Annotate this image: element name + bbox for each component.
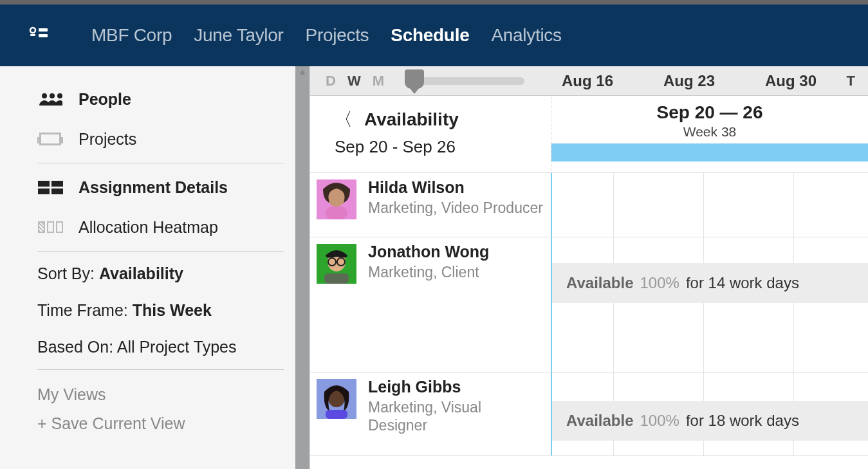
availability-label: Available [566,412,634,430]
app-logo-icon[interactable] [28,25,49,46]
today-button[interactable]: T [847,73,855,89]
person-name: Jonathon Wong [368,244,489,260]
availability-rest: for 14 work days [686,274,799,292]
filter-timeframe[interactable]: Time Frame: This Week [37,292,284,329]
filter-sort[interactable]: Sort By: Availability [37,255,284,292]
week-summary: Sep 20 — 26 Week 38 [551,96,868,172]
week-highlight-bar [551,143,868,161]
assignment-icon [37,181,63,194]
filter-key: Time Frame: [37,301,133,319]
sidebar-item-label: Assignment Details [78,178,228,197]
sidebar-item-projects[interactable]: Projects [37,119,284,159]
zoom-day[interactable]: D [326,73,336,89]
svg-rect-2 [39,28,48,32]
nav-projects[interactable]: Projects [306,25,369,46]
zoom-slider[interactable] [409,77,524,85]
sidebar-item-heatmap[interactable]: Allocation Heatmap [37,207,284,247]
primary-nav: MBF Corp June Taylor Projects Schedule A… [91,25,562,46]
svg-rect-1 [30,34,35,36]
avatar [317,379,356,419]
filter-value: Availability [99,264,183,282]
availability-label: Available [566,274,634,292]
people-icon [37,91,63,107]
subheader: 〈 Availability Sep 20 - Sep 26 Sep 20 — … [310,96,868,173]
person-row[interactable]: Hilda Wilson Marketing, Video Producer [310,173,868,237]
app-header: MBF Corp June Taylor Projects Schedule A… [0,5,868,66]
svg-point-6 [57,93,62,98]
week-range: Sep 20 — 26 [657,102,763,123]
svg-rect-18 [326,410,347,419]
nav-analytics[interactable]: Analytics [491,25,561,46]
save-current-view[interactable]: + Save Current View [37,408,284,439]
filter-value: All Project Types [117,338,237,356]
divider [37,369,284,370]
projects-icon [37,133,63,145]
person-roles: Marketing, Video Producer [368,199,543,217]
subheader-range: Sep 20 - Sep 26 [335,132,551,157]
svg-rect-9 [326,207,347,219]
sidebar-item-label: People [78,90,131,109]
date-col[interactable]: Aug 30 [765,72,817,90]
nav-company[interactable]: MBF Corp [91,25,172,46]
divider [37,163,284,163]
nav-schedule[interactable]: Schedule [391,25,469,46]
sidebar-item-people[interactable]: People [37,79,284,119]
svg-point-0 [30,28,35,33]
avatar [317,244,356,284]
filter-basedon[interactable]: Based On: All Project Types [37,329,284,365]
week-number: Week 38 [683,124,737,140]
availability-bar[interactable]: Available 100% for 18 work days [552,401,868,441]
person-timeline[interactable]: Available 100% for 18 work days [551,372,868,455]
person-name: Hilda Wilson [368,179,543,196]
person-row[interactable]: Leigh Gibbs Marketing, Visual Designer A… [310,372,868,456]
sidebar: People Projects Assignment Details Alloc… [0,66,309,469]
slider-thumb-icon[interactable] [405,69,424,89]
person-timeline[interactable] [551,173,868,237]
sidebar-item-label: Projects [78,130,136,149]
nav-user[interactable]: June Taylor [194,25,283,46]
date-col[interactable]: Aug 23 [663,72,715,90]
person-timeline[interactable]: Available 100% for 14 work days [551,237,868,372]
availability-rest: for 18 work days [686,412,799,430]
heatmap-icon [37,221,63,233]
people-rows: Hilda Wilson Marketing, Video Producer J… [310,173,868,469]
svg-point-4 [42,93,47,98]
zoom-week[interactable]: W [347,73,361,89]
person-name: Leigh Gibbs [368,379,543,395]
filter-value: This Week [133,301,212,319]
sidebar-item-label: Allocation Heatmap [78,218,218,237]
svg-rect-15 [324,273,349,284]
person-roles: Marketing, Visual Designer [368,399,543,434]
svg-point-5 [50,93,55,98]
avatar [317,179,356,219]
main-panel: D W M T Aug 16 Aug 23 Aug 30 〈 Availabil… [309,66,868,469]
subheader-title: Availability [364,109,459,130]
availability-bar[interactable]: Available 100% for 14 work days [552,263,868,303]
window-top-strip [0,0,868,5]
timebar: D W M T Aug 16 Aug 23 Aug 30 [310,66,868,96]
date-col[interactable]: Aug 16 [562,72,613,90]
person-row[interactable]: Jonathon Wong Marketing, Client Availabl… [310,237,868,372]
back-chevron-icon[interactable]: 〈 [335,107,353,132]
sidebar-scrollbar[interactable]: ▲ [295,66,309,469]
availability-pct: 100% [640,274,679,292]
filter-key: Based On: [37,338,117,356]
person-roles: Marketing, Client [368,264,489,282]
zoom-month[interactable]: M [373,73,384,89]
scroll-up-icon: ▲ [298,66,307,77]
svg-rect-3 [39,34,48,37]
date-column-headers: Aug 16 Aug 23 Aug 30 [562,72,817,90]
my-views[interactable]: My Views [37,374,284,408]
divider [37,251,284,252]
sidebar-item-assignment-details[interactable]: Assignment Details [37,167,284,207]
filter-key: Sort By: [37,264,99,282]
availability-pct: 100% [640,412,679,430]
